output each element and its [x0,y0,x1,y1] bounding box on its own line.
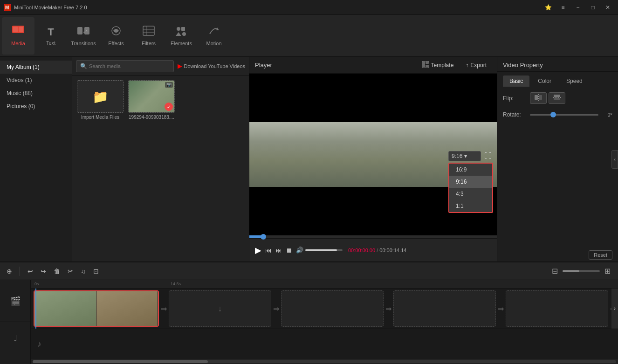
horizontal-scrollbar[interactable] [33,360,616,363]
sidebar-item-music[interactable]: Music (88) [0,87,72,100]
timeline-scrollbar[interactable] [31,359,618,364]
tab-basic[interactable]: Basic [503,76,529,87]
reset-button[interactable]: Reset [589,250,612,260]
aspect-option-9-16[interactable]: 9:16 [449,176,492,188]
rotate-slider[interactable] [530,114,598,116]
minimize-button[interactable]: − [571,2,584,13]
delete-button[interactable]: 🗑 [52,266,62,277]
search-input[interactable] [89,63,170,69]
property-tabs: Basic Color Speed [497,72,618,87]
ruler-mark-end: 14.6s [171,280,181,286]
time-total: 00:00:14.14 [379,247,406,253]
zoom-in-button[interactable]: ⊞ [602,266,613,276]
toolbar-motion[interactable]: Motion [198,17,230,55]
timeline-ruler: 0s 14.6s [31,280,618,288]
redo-button[interactable]: ↪ [39,266,48,277]
toolbar-text[interactable]: T Text [34,17,67,55]
tab-speed[interactable]: Speed [560,76,589,87]
content-area: My Album (1) Videos (1) Music (88) Pictu… [0,57,618,261]
sidebar-item-myalbum[interactable]: My Album (1) [0,61,72,74]
sidebar-item-pictures[interactable]: Pictures (0) [0,100,72,113]
volume-icon[interactable]: 🔊 [296,247,303,254]
toolbar-media[interactable]: Media [2,17,34,55]
export-button[interactable]: ↑ Export [461,60,491,70]
next-frame-button[interactable]: ⏭ [275,247,282,254]
left-panel: My Album (1) Videos (1) Music (88) Pictu… [0,57,72,261]
undo-button[interactable]: ↩ [26,266,35,277]
add-slot-4[interactable] [506,290,608,327]
timeline-tracks: 0s 14.6s ⇒ [31,280,618,364]
svg-point-16 [182,32,186,36]
transition-arrow-1[interactable]: ⇒ [161,304,167,313]
player-area: Player Template ↑ Export [249,57,497,261]
audio-button[interactable]: ♫ [79,266,88,277]
timeline-expand-button[interactable]: › [611,288,618,329]
transition-arrow-2[interactable]: ⇒ [273,304,279,313]
download-youtube-btn[interactable]: ▶ Download YouTube Videos [178,62,246,69]
import-media-card[interactable]: 📁 Import Media Files [77,80,124,120]
scrub-head[interactable] [261,234,266,240]
app-title: MiniTool MovieMaker Free 7.2.0 [14,5,542,10]
transition-arrow-4[interactable]: ⇒ [498,304,504,313]
aspect-option-1-1[interactable]: 1:1 [449,200,492,212]
volume-fill [305,249,337,251]
toolbar-filters[interactable]: Filters [132,17,165,55]
aspect-ratio-select[interactable]: 9:16 ▾ [448,151,481,161]
toolbar-effects[interactable]: Effects [100,17,132,55]
time-display: 00:00:00.00 / 00:00:14.14 [348,247,406,253]
svg-rect-27 [554,98,560,100]
player-canvas: 9:16 ▾ ⛶ 16:9 9:16 4:3 [249,74,497,235]
aspect-option-16-9[interactable]: 16:9 [449,164,492,176]
audio-track-label: ♩ [0,322,30,355]
property-content: Flip: Rotate: [497,87,618,248]
zoom-slider[interactable] [563,270,600,272]
svg-text:M: M [5,5,9,10]
flip-label: Flip: [503,95,526,102]
effects-icon [110,26,122,39]
right-panel: Video Property Basic Color Speed Flip: [497,57,618,261]
toolbar-elements[interactable]: Elements [165,17,198,55]
svg-rect-25 [554,95,560,97]
close-button[interactable]: ✕ [601,2,614,13]
zoom-out-button[interactable]: ⊟ [549,266,561,276]
fullscreen-button[interactable]: ⛶ [483,151,493,162]
video-badge: 📷 [165,82,173,88]
search-box[interactable]: 🔍 [76,60,174,72]
stop-button[interactable]: ⏹ [286,247,292,254]
svg-text:⇌: ⇌ [83,28,88,34]
crown-button[interactable]: ⭐ [542,2,555,13]
aspect-option-4-3[interactable]: 4:3 [449,188,492,200]
audio-track: ♪ [31,329,618,359]
tab-color[interactable]: Color [531,76,558,87]
menu-button[interactable]: ≡ [556,2,570,13]
maximize-button[interactable]: □ [586,2,599,13]
toolbar-transitions[interactable]: ⇌ Transitions [67,17,100,55]
add-slot-3[interactable] [393,290,496,327]
zoom-controls: ⊟ ⊞ [549,266,613,276]
volume-slider[interactable] [305,249,343,251]
cut-button[interactable]: ✂ [66,266,75,277]
media-grid: 📁 Import Media Files 📷 ✓ 199294-90990318… [72,76,249,261]
play-button[interactable]: ▶ [255,245,261,255]
template-button[interactable]: Template [418,59,458,71]
add-slot-1[interactable]: ↓ [169,290,271,327]
flip-horizontal-button[interactable] [530,92,547,104]
panel-collapse-arrow[interactable]: ‹ [611,150,618,169]
rotate-knob[interactable] [550,112,556,117]
video-media-card[interactable]: 📷 ✓ 199294-909903183.... [128,80,175,120]
sidebar-item-videos[interactable]: Videos (1) [0,74,72,87]
scrub-bar[interactable] [249,235,497,238]
window-controls: ⭐ ≡ − □ ✕ [542,2,614,13]
transition-arrow-3[interactable]: ⇒ [385,304,391,313]
crop-button[interactable]: ⊡ [91,266,101,277]
flip-vertical-button[interactable] [549,92,565,104]
video-clip[interactable] [34,290,159,327]
timeline-add-button[interactable]: ⊕ [5,266,14,277]
check-badge: ✓ [165,103,173,111]
player-title: Player [255,62,414,69]
scrollbar-thumb[interactable] [33,360,208,363]
canvas-black-top [249,74,497,122]
prev-frame-button[interactable]: ⏮ [265,247,272,254]
svg-rect-5 [77,27,82,34]
add-slot-2[interactable] [281,290,384,327]
